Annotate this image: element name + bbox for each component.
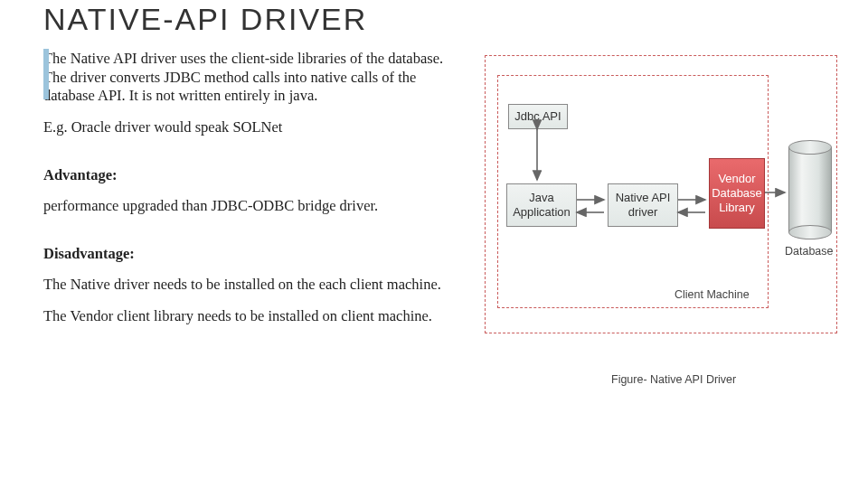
disadvantage-text-1: The Native driver needs to be installed … bbox=[43, 276, 468, 295]
text-column: The Native API driver uses the client-si… bbox=[43, 50, 468, 411]
accent-bar bbox=[43, 49, 49, 99]
advantage-heading: Advantage: bbox=[43, 166, 468, 185]
slide-title: NATIVE-API DRIVER bbox=[43, 2, 832, 37]
diagram-arrows bbox=[485, 50, 832, 411]
disadvantage-heading: Disadvantage: bbox=[43, 245, 468, 264]
description-2: E.g. Oracle driver would speak SOLNet bbox=[43, 118, 468, 137]
description-1: The Native API driver uses the client-si… bbox=[43, 50, 468, 106]
advantage-text: performance upgraded than JDBC-ODBC brid… bbox=[43, 197, 468, 216]
diagram: Jdbc API Java Application Native API dri… bbox=[485, 50, 832, 411]
disadvantage-text-2: The Vendor client library needs to be in… bbox=[43, 307, 468, 326]
